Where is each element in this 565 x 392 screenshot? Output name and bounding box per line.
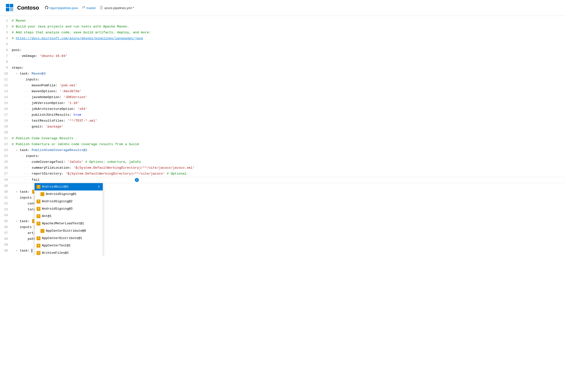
task-icon: [41, 192, 44, 196]
line-number: 30: [0, 189, 12, 195]
line-number: 32: [0, 201, 12, 207]
code-line: 26 ··· summaryFileLocation: '$(System.De…: [0, 165, 565, 171]
autocomplete-item-apache-jmeter[interactable]: T ApacheJMeterLoadTest@1: [35, 220, 103, 227]
autocomplete-item-android-signing-1[interactable]: AndroidSigning@1: [35, 191, 103, 198]
app-title: Contoso: [17, 5, 39, 11]
file-breadcrumb[interactable]: azure-pipelines.yml *: [100, 6, 134, 10]
file-icon: [100, 6, 103, 10]
line-content: ··· mavenPomFile: 'pom.xml': [12, 83, 565, 88]
code-line: 7 ·· vmImage: 'Ubuntu 16.04': [0, 53, 565, 59]
item-label: AndroidSigning@2: [42, 198, 72, 204]
line-number: 10: [0, 71, 12, 77]
line-number: 24: [0, 153, 12, 159]
github-icon: [45, 6, 48, 10]
line-content: ··· publishJUnitResults: true: [12, 112, 565, 118]
item-label: ArchiveFiles@1: [42, 250, 69, 256]
autocomplete-list: T AndroidBuild@1 i AndroidSigning@1 T An…: [34, 183, 103, 256]
branch-icon: [82, 6, 85, 10]
line-content: ··· jdkArchitectureOption: 'x64': [12, 106, 565, 112]
repo-label: nigurr/pipelines-java: [49, 6, 78, 10]
svg-rect-2: [10, 4, 13, 7]
line-content: - task: PublishCodeCoverageResults@1: [12, 147, 565, 153]
autocomplete-item-appcenter-distribute-0[interactable]: AppCenterDistribute@0: [35, 227, 103, 235]
code-line: 14 ··· javaHomeOption: 'JDKVersion': [0, 94, 565, 100]
line-number: 23: [0, 147, 12, 153]
line-number: 14: [0, 94, 12, 100]
line-content: # https://docs.microsoft.com/azure/devop…: [12, 36, 565, 42]
code-line: 5: [0, 42, 565, 47]
line-number: 17: [0, 112, 12, 118]
line-number: 1: [0, 18, 12, 24]
code-line: 8: [0, 59, 565, 65]
line-content: # Add steps that analyze code, save buil…: [12, 30, 565, 36]
branch-label: master: [86, 6, 96, 10]
autocomplete-item-android-build[interactable]: T AndroidBuild@1 i: [35, 183, 103, 191]
line-number: 8: [0, 59, 12, 65]
code-line: 1 # Maven: [0, 18, 565, 24]
task-icon: T: [37, 207, 41, 211]
autocomplete-item-android-signing-3[interactable]: T AndroidSigning@3: [35, 205, 103, 212]
line-number: 5: [0, 42, 12, 47]
line-number: 15: [0, 100, 12, 106]
line-number: 9: [0, 65, 12, 71]
code-line: 16 ··· jdkArchitectureOption: 'x64': [0, 106, 565, 112]
line-number: 33: [0, 207, 12, 212]
code-line: 22 # Publish Cobertura or JaCoCo code co…: [0, 141, 565, 147]
task-icon: T: [37, 199, 41, 203]
line-number: 36: [0, 224, 12, 230]
line-content: ··· reportDirectory: '$(System.DefaultWo…: [12, 171, 565, 177]
autocomplete-item-appcenter-test[interactable]: T AppCenterTest@1: [35, 242, 103, 249]
svg-text:↓: ↓: [6, 5, 8, 7]
repo-link[interactable]: nigurr/pipelines-java: [45, 6, 78, 10]
code-line: 21 # Publish Code Coverage Results: [0, 136, 565, 141]
code-line: 24 ·· inputs:: [0, 153, 565, 159]
line-content: ·· inputs:: [12, 153, 565, 159]
branch-link[interactable]: master: [82, 6, 96, 10]
line-number: 35: [0, 218, 12, 224]
line-number: 12: [0, 83, 12, 88]
code-line: 23 - task: PublishCodeCoverageResults@1: [0, 147, 565, 153]
line-number: 28: [0, 177, 12, 183]
task-icon: T: [37, 214, 41, 218]
line-content: ··· javaHomeOption: 'JDKVersion': [12, 94, 565, 100]
code-line: 3 # Add steps that analyze code, save bu…: [0, 30, 565, 36]
autocomplete-item-android-signing-2[interactable]: T AndroidSigning@2: [35, 198, 103, 205]
code-line-autocomplete[interactable]: 28 ··· fail i T AndroidBuild@1 i Android…: [0, 177, 565, 183]
code-line: 4 # https://docs.microsoft.com/azure/dev…: [0, 36, 565, 42]
line-number: 22: [0, 141, 12, 147]
line-content: # Maven: [12, 18, 565, 24]
code-line: 17 ··· publishJUnitResults: true: [0, 112, 565, 118]
autocomplete-item-ant[interactable]: T Ant@1: [35, 212, 103, 220]
autocomplete-item-appcenter-distribute-1[interactable]: T AppCenterDistribute@1: [35, 235, 103, 242]
code-line: 6 pool:: [0, 47, 565, 53]
line-number: 19: [0, 124, 12, 130]
line-number: 27: [0, 171, 12, 177]
code-line: 13 ··· mavenOptions: '-Xmx3072m': [0, 88, 565, 94]
line-number: 7: [0, 53, 12, 59]
code-line: 15 ··· jdkVersionOption: '1.10': [0, 100, 565, 106]
line-content: ··· goals: 'package': [12, 124, 565, 130]
line-number: 25: [0, 159, 12, 165]
svg-rect-3: [10, 8, 13, 11]
item-label: AndroidBuild@1: [42, 184, 69, 190]
line-number: 16: [0, 106, 12, 112]
line-number: 39: [0, 242, 12, 248]
code-line: 2 # Build your Java projects and run tes…: [0, 24, 565, 30]
code-line: 20: [0, 130, 565, 136]
line-number: 6: [0, 47, 12, 53]
line-content: ··· testResultsFiles: '**/TEST-*.xml': [12, 118, 565, 124]
code-area: 1 # Maven 2 # Build your Java projects a…: [0, 16, 565, 256]
line-number: 31: [0, 195, 12, 201]
line-content[interactable]: ··· fail: [12, 177, 565, 183]
code-line: 19 ··· goals: 'package': [0, 124, 565, 130]
line-content: ·· inputs:: [12, 77, 565, 83]
line-content: steps:: [12, 65, 565, 71]
item-info-icon[interactable]: i: [97, 185, 101, 189]
task-icon: T: [37, 236, 41, 240]
task-icon: [41, 229, 44, 233]
info-icon[interactable]: i: [135, 178, 139, 182]
file-label: azure-pipelines.yml *: [104, 6, 134, 10]
line-content: # Publish Cobertura or JaCoCo code cover…: [12, 141, 565, 147]
autocomplete-item-archive-files-1[interactable]: T ArchiveFiles@1: [35, 249, 103, 256]
line-number: 26: [0, 165, 12, 171]
